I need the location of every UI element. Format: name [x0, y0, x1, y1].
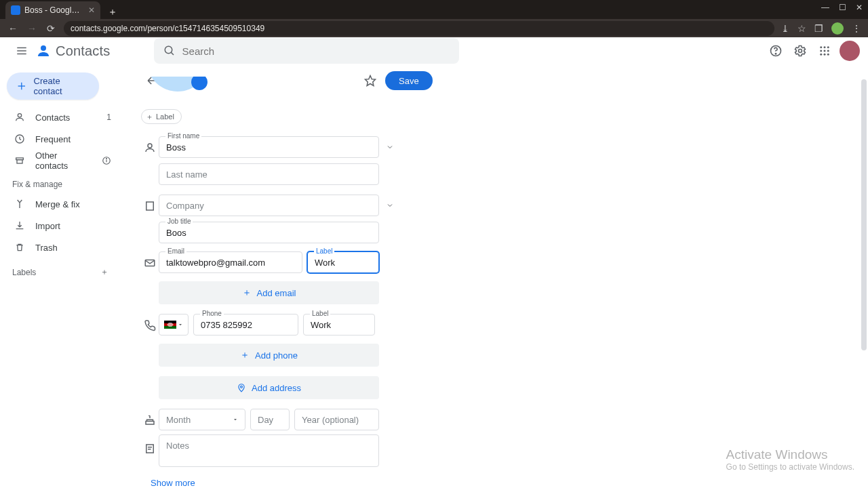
job-title-field[interactable]: Job title	[159, 222, 379, 243]
search-input[interactable]	[182, 45, 450, 57]
app-title: Contacts	[56, 43, 111, 59]
add-phone-button[interactable]: ＋ Add phone	[159, 344, 379, 367]
sidebar-item-label: Other contacts	[35, 150, 92, 171]
svg-rect-29	[146, 202, 154, 210]
labels-header: Labels ＋	[0, 258, 121, 282]
notes-field[interactable]: Notes	[159, 434, 379, 467]
browser-tab[interactable]: Boss - Google Contacts ✕	[5, 1, 100, 19]
create-contact-label: Create contact	[34, 76, 90, 96]
search-box[interactable]	[154, 38, 459, 64]
main-menu-icon[interactable]	[8, 37, 35, 64]
day-input[interactable]	[251, 409, 289, 430]
job-title-input[interactable]	[159, 222, 378, 243]
add-label-icon[interactable]: ＋	[100, 266, 108, 278]
sidebar-item-label: Contacts	[35, 113, 70, 123]
person-icon	[14, 112, 26, 123]
sidebar-item-merge[interactable]: Merge & fix	[0, 193, 121, 215]
clock-icon	[14, 134, 26, 144]
contact-avatar[interactable]	[146, 77, 209, 93]
add-email-button[interactable]: ＋ Add email	[159, 281, 379, 304]
contacts-logo-icon	[35, 43, 52, 59]
save-button[interactable]: Save	[385, 71, 433, 90]
browser-menu-icon[interactable]: ⋮	[852, 23, 861, 34]
contact-editor: Save ＋ Label First name	[121, 64, 868, 488]
settings-icon[interactable]	[788, 39, 812, 63]
windows-watermark: Activate Windows Go to Settings to activ…	[726, 447, 854, 472]
plus-icon: ＋	[242, 287, 252, 299]
svg-point-4	[165, 46, 172, 54]
sidebar-item-contacts[interactable]: Contacts 1	[0, 106, 121, 128]
tab-title: Boss - Google Contacts	[24, 5, 84, 15]
svg-marker-37	[234, 419, 237, 420]
svg-rect-23	[17, 160, 22, 163]
show-more-link[interactable]: Show more	[151, 478, 195, 488]
scrollbar[interactable]	[860, 73, 868, 483]
phone-label-input[interactable]	[304, 314, 374, 335]
year-input[interactable]	[295, 409, 378, 430]
url-text: contacts.google.com/person/c154714635450…	[71, 24, 264, 33]
company-input[interactable]	[159, 195, 378, 216]
first-name-field[interactable]: First name	[159, 136, 379, 158]
phone-label-field[interactable]: Label	[303, 314, 375, 336]
svg-point-10	[824, 46, 826, 48]
expand-company-icon[interactable]	[383, 201, 397, 209]
email-label-input[interactable]	[308, 252, 378, 272]
add-label-chip[interactable]: ＋ Label	[141, 109, 182, 124]
email-label-field[interactable]: Label	[307, 251, 379, 273]
svg-point-17	[827, 54, 829, 56]
email-input[interactable]	[159, 252, 302, 272]
browser-reload-icon[interactable]: ⟳	[45, 23, 57, 34]
address-bar[interactable]: contacts.google.com/person/c154714635450…	[64, 21, 774, 36]
extensions-icon[interactable]: ❐	[814, 23, 823, 34]
window-minimize-icon[interactable]: ―	[821, 3, 829, 12]
svg-point-8	[799, 49, 802, 53]
sidebar-item-import[interactable]: Import	[0, 215, 121, 237]
svg-point-11	[827, 46, 829, 48]
star-button[interactable]	[359, 70, 381, 92]
email-field[interactable]: Email	[159, 251, 302, 273]
window-close-icon[interactable]: ✕	[856, 3, 863, 12]
apps-grid-icon[interactable]	[812, 39, 837, 63]
phone-field[interactable]: Phone	[193, 314, 298, 336]
company-field[interactable]: Company	[159, 195, 379, 216]
create-contact-button[interactable]: Create contact	[7, 73, 99, 100]
sidebar-item-count: 1	[106, 113, 111, 122]
svg-point-14	[827, 50, 829, 52]
sidebar-item-label: Frequent	[35, 134, 71, 144]
tab-close-icon[interactable]: ✕	[88, 5, 95, 15]
browser-profile-icon[interactable]	[831, 22, 844, 35]
expand-name-icon[interactable]	[383, 143, 397, 151]
add-address-button[interactable]: Add address	[159, 376, 379, 399]
info-icon[interactable]	[102, 156, 111, 165]
location-icon	[237, 383, 246, 392]
help-icon[interactable]	[764, 39, 788, 63]
last-name-field[interactable]: Last name	[159, 163, 379, 185]
sidebar-item-other[interactable]: Other contacts	[0, 150, 121, 171]
window-maximize-icon[interactable]: ☐	[839, 3, 846, 12]
svg-point-12	[820, 50, 822, 52]
svg-point-7	[775, 54, 776, 54]
first-name-input[interactable]	[159, 137, 378, 157]
day-field[interactable]: Day	[250, 409, 290, 430]
bookmark-icon[interactable]: ☆	[797, 23, 806, 34]
month-select[interactable]: Month	[159, 409, 245, 430]
country-select[interactable]	[159, 314, 189, 336]
account-avatar[interactable]	[840, 41, 860, 61]
install-icon[interactable]: ⤓	[781, 23, 789, 34]
year-field[interactable]: Year (optional)	[294, 409, 379, 430]
sidebar-item-label: Merge & fix	[35, 199, 80, 209]
phone-input[interactable]	[194, 314, 298, 335]
svg-point-20	[18, 114, 21, 117]
last-name-input[interactable]	[159, 164, 378, 184]
new-tab-button[interactable]: ＋	[106, 5, 119, 19]
browser-back-icon[interactable]: ←	[7, 23, 19, 34]
svg-point-36	[241, 386, 243, 388]
svg-marker-27	[366, 76, 376, 86]
sidebar-item-frequent[interactable]: Frequent	[0, 128, 121, 150]
chevron-down-icon	[178, 322, 183, 327]
browser-forward-icon[interactable]: →	[26, 23, 38, 34]
sidebar-item-label: Import	[35, 221, 60, 231]
archive-icon	[14, 155, 26, 166]
svg-line-5	[171, 52, 174, 55]
sidebar-item-trash[interactable]: Trash	[0, 237, 121, 258]
